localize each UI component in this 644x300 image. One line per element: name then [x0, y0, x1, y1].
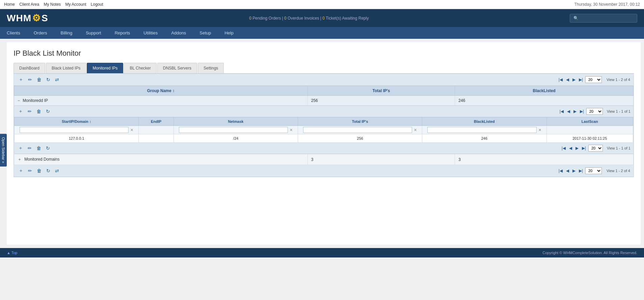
inner-add-btn[interactable]: ＋	[17, 108, 24, 115]
inner-bot-page-size[interactable]: 20	[588, 145, 603, 152]
nav-setup[interactable]: Setup	[193, 27, 218, 39]
filter-startip-input[interactable]	[20, 127, 129, 133]
nav-utilities[interactable]: Utilities	[137, 27, 164, 39]
inner-delete-btn[interactable]: 🗑	[35, 108, 43, 115]
inner-page-size[interactable]: 20 50 100	[586, 108, 603, 115]
blacklisted-cell: 246	[422, 134, 546, 143]
nav-orders[interactable]: Orders	[27, 27, 54, 39]
collapse-icon[interactable]: −	[18, 98, 20, 103]
tab-settings[interactable]: Settings	[198, 63, 224, 73]
top-date: Thursday, 30 November 2017, 00:12	[574, 2, 640, 7]
page-size-select[interactable]: 20 50 100	[585, 76, 602, 83]
inner-bot-first-btn[interactable]: |◀	[561, 145, 567, 151]
next-page-btn[interactable]: ▶	[571, 77, 576, 82]
tab-dashboard[interactable]: DashBoard	[14, 63, 45, 73]
inner-col-blacklisted: BlackListed	[422, 117, 546, 126]
inner-next-btn[interactable]: ▶	[572, 109, 578, 114]
filter-totalips-clear[interactable]: ✕	[414, 128, 417, 132]
pending-orders-count: 0	[249, 16, 251, 21]
first-page-btn[interactable]: |◀	[558, 77, 564, 82]
filter-netmask-clear[interactable]: ✕	[290, 128, 293, 132]
bot-view-info: View 1 - 2 of 4	[607, 169, 630, 173]
inner-bottom-toolbar: ＋ ✏ 🗑 ↻ |◀ ◀ ▶ ▶|	[14, 143, 633, 154]
nav-reports[interactable]: Reports	[108, 27, 137, 39]
tab-blacklisted[interactable]: Black Listed IPs	[46, 63, 86, 73]
inner-bot-last-btn[interactable]: ▶|	[581, 145, 587, 151]
inner-col-lastscan: LastScan	[546, 117, 633, 126]
inner-bottom-delete-btn[interactable]: 🗑	[35, 145, 43, 152]
inner-col-startip[interactable]: StartIP/Domain ↕	[15, 117, 139, 126]
bottom-shuffle-btn[interactable]: ⇄	[54, 167, 60, 174]
inner-refresh-btn[interactable]: ↻	[45, 108, 51, 115]
nav-help[interactable]: Help	[218, 27, 240, 39]
group-name-text: Monitoredd IP	[23, 98, 48, 103]
edit-button[interactable]: ✏	[27, 76, 33, 83]
bottom-refresh-btn[interactable]: ↻	[45, 167, 52, 174]
inner-toolbar: ＋ ✏ 🗑 ↻ |◀ ◀ ▶ ▶|	[14, 106, 633, 117]
filter-blacklisted-clear[interactable]: ✕	[538, 128, 541, 132]
tab-bl-checker[interactable]: BL Checker	[124, 63, 156, 73]
bot-first-btn[interactable]: |◀	[558, 168, 564, 173]
inner-table-container: ＋ ✏ 🗑 ↻ |◀ ◀ ▶ ▶|	[14, 106, 633, 154]
delete-button[interactable]: 🗑	[35, 76, 43, 83]
refresh-button[interactable]: ↻	[45, 76, 52, 83]
inner-bot-prev-btn[interactable]: ◀	[568, 145, 573, 151]
tab-dnsbl-servers[interactable]: DNSBL Servers	[157, 63, 197, 73]
sidebar-label: Open Sidebar »	[1, 137, 5, 163]
inner-bottom-refresh-btn[interactable]: ↻	[45, 145, 51, 152]
tabs: DashBoard Black Listed IPs Monitored IPs…	[14, 63, 634, 74]
shuffle-button[interactable]: ⇄	[54, 76, 60, 83]
bottom-edit-btn[interactable]: ✏	[27, 167, 33, 174]
inner-toolbar-actions: ＋ ✏ 🗑 ↻	[17, 108, 51, 115]
domains-total-ips: 3	[307, 154, 455, 165]
filter-netmask-input[interactable]	[179, 127, 288, 133]
nav-support[interactable]: Support	[79, 27, 108, 39]
nav-my-account[interactable]: My Account	[65, 2, 86, 7]
nav-home[interactable]: Home	[4, 2, 15, 7]
domains-blacklisted: 3	[455, 154, 634, 165]
inner-edit-btn[interactable]: ✏	[26, 108, 33, 115]
header-search	[570, 14, 637, 23]
view-info: View 1 - 2 of 4	[607, 78, 630, 82]
inner-bottom-add-btn[interactable]: ＋	[17, 144, 24, 152]
col-group-name[interactable]: Group Name ↕	[14, 86, 308, 96]
search-input[interactable]	[570, 14, 637, 23]
filter-blacklisted-input[interactable]	[427, 127, 536, 133]
bot-next-btn[interactable]: ▶	[571, 168, 576, 173]
bottom-delete-btn[interactable]: 🗑	[35, 167, 43, 174]
prev-page-btn[interactable]: ◀	[565, 77, 570, 82]
last-page-btn[interactable]: ▶|	[578, 77, 584, 82]
inner-first-btn[interactable]: |◀	[559, 109, 565, 114]
add-button[interactable]: ＋	[17, 76, 25, 83]
nav-billing[interactable]: Billing	[54, 27, 79, 39]
bot-last-btn[interactable]: ▶|	[578, 168, 584, 173]
nav-logout[interactable]: Logout	[91, 2, 103, 7]
footer-top-label: ▲ Top	[7, 251, 17, 255]
logo-whmcs: WHM⚙S	[7, 12, 48, 24]
inner-prev-btn[interactable]: ◀	[566, 109, 571, 114]
filter-row: ✕ ✕	[15, 126, 633, 134]
inner-bottom-edit-btn[interactable]: ✏	[26, 145, 33, 152]
inner-last-btn[interactable]: ▶|	[579, 109, 585, 114]
top-nav: Home Client Area My Notes My Account Log…	[0, 0, 644, 9]
main-table-container: ＋ ✏ 🗑 ↻ ⇄ |◀ ◀ ▶ ▶| 20 50 100 View 1 - 2…	[14, 74, 634, 177]
bottom-add-btn[interactable]: ＋	[17, 167, 25, 174]
nav-client-area[interactable]: Client Area	[19, 2, 39, 7]
page-title: IP Black List Monitor	[14, 49, 634, 58]
filter-totalips-input[interactable]	[303, 127, 412, 133]
bot-prev-btn[interactable]: ◀	[565, 168, 570, 173]
nav-my-notes[interactable]: My Notes	[44, 2, 61, 7]
tab-monitored-ips[interactable]: Monitored IPs	[87, 63, 123, 73]
filter-lastscan-cell	[546, 126, 633, 134]
sidebar-toggle[interactable]: Open Sidebar »	[0, 134, 7, 166]
main-nav: Clients Orders Billing Support Reports U…	[0, 27, 644, 39]
inner-bot-next-btn[interactable]: ▶	[574, 145, 580, 151]
top-nav-links: Home Client Area My Notes My Account Log…	[4, 2, 107, 7]
filter-startip-clear[interactable]: ✕	[130, 128, 133, 132]
nav-addons[interactable]: Addons	[164, 27, 193, 39]
nav-clients[interactable]: Clients	[0, 27, 27, 39]
expand-icon[interactable]: ＋	[18, 157, 22, 162]
header: WHM⚙S 0 Pending Orders | 0 Overdue Invoi…	[0, 9, 644, 27]
bot-page-size[interactable]: 20 50 100	[585, 167, 602, 174]
footer-top-link[interactable]: ▲ Top	[7, 251, 17, 255]
